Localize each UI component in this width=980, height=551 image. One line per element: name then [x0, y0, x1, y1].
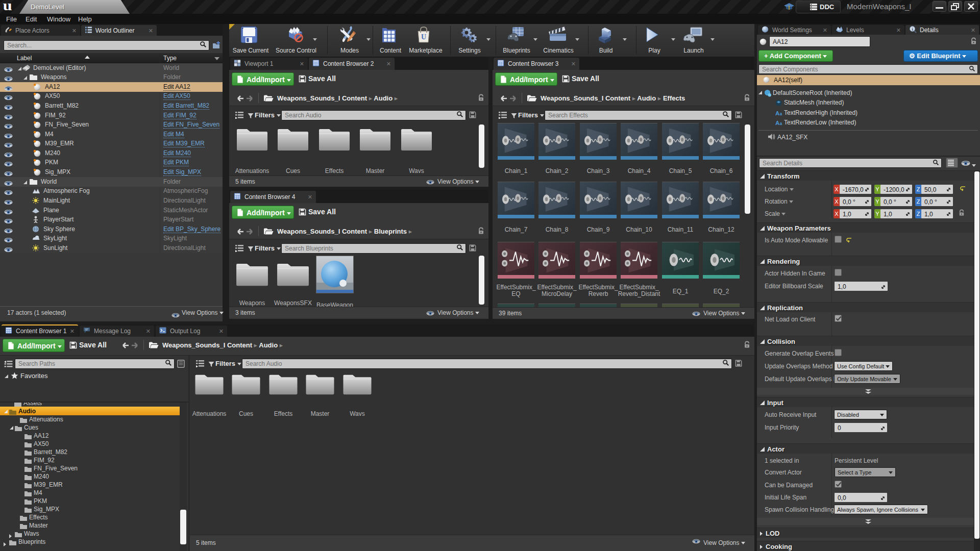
svg-text:A: A	[775, 110, 779, 116]
svg-text:A: A	[775, 120, 779, 126]
svg-text:U: U	[421, 33, 426, 41]
svg-text:a: a	[779, 111, 782, 116]
svg-text:a: a	[779, 121, 782, 126]
